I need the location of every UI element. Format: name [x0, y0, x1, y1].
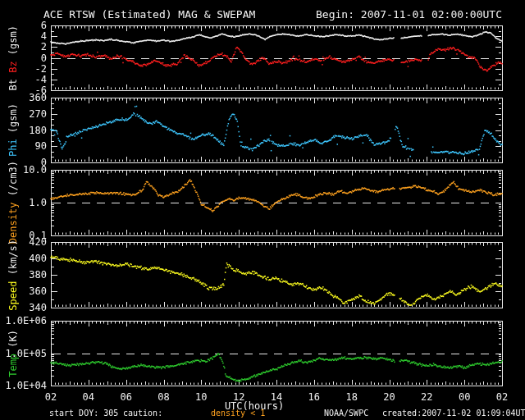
begin-timestamp: Begin: 2007-11-01 02:00:00UTC: [316, 8, 502, 21]
y-axis-label-temp: Temp (K): [3, 321, 23, 386]
x-tick-label: 00: [450, 391, 478, 403]
y-axis-label-part: Speed: [7, 281, 19, 310]
footer-start-doy: start DOY: 305: [49, 409, 118, 418]
y-axis-label-mag: Bt Bz (gsm): [3, 25, 23, 90]
x-tick-label: 02: [37, 391, 65, 403]
x-tick-label: 20: [376, 391, 404, 403]
footer-caution-value: density < 1: [211, 409, 265, 418]
x-tick-label: 22: [413, 391, 441, 403]
chart-title: ACE RTSW (Estimated) MAG & SWEPAM: [43, 8, 255, 21]
footer-created-timestamp: created:2007-11-02 01:09:04UTC: [382, 409, 525, 418]
x-tick-label: 14: [262, 391, 290, 403]
y-axis-label-part: (gsm): [7, 103, 19, 139]
footer-agency: NOAA/SWPC: [324, 409, 368, 418]
x-tick-label: 02: [488, 391, 516, 403]
footer-caution-label: caution:: [123, 409, 162, 418]
x-tick-label: 16: [300, 391, 328, 403]
y-axis-label-part: Bz: [7, 61, 19, 79]
x-tick-label: 08: [150, 391, 178, 403]
x-tick-label: 12: [225, 391, 253, 403]
y-axis-label-part: (gsm): [7, 25, 19, 61]
y-axis-label-part: Bt: [7, 79, 19, 90]
y-axis-label-part: (km/s): [7, 240, 19, 281]
x-tick-label: 04: [75, 391, 103, 403]
y-axis-label-density: Density (/cm3): [3, 170, 23, 235]
plot-canvas: [0, 0, 525, 420]
x-tick-label: 06: [112, 391, 140, 403]
x-tick-label: 18: [338, 391, 366, 403]
ace-rtsw-plot: ACE RTSW (Estimated) MAG & SWEPAM Begin:…: [0, 0, 525, 420]
y-axis-label-speed: Speed (km/s): [3, 242, 23, 308]
y-axis-label-part: Temp: [7, 354, 19, 377]
y-axis-label-part: (K): [7, 330, 19, 354]
y-axis-label-part: Phi: [7, 139, 19, 157]
y-axis-label-phi: Phi (gsm): [3, 98, 23, 162]
y-axis-label-part: (/cm3): [7, 161, 19, 203]
x-tick-label: 10: [187, 391, 215, 403]
